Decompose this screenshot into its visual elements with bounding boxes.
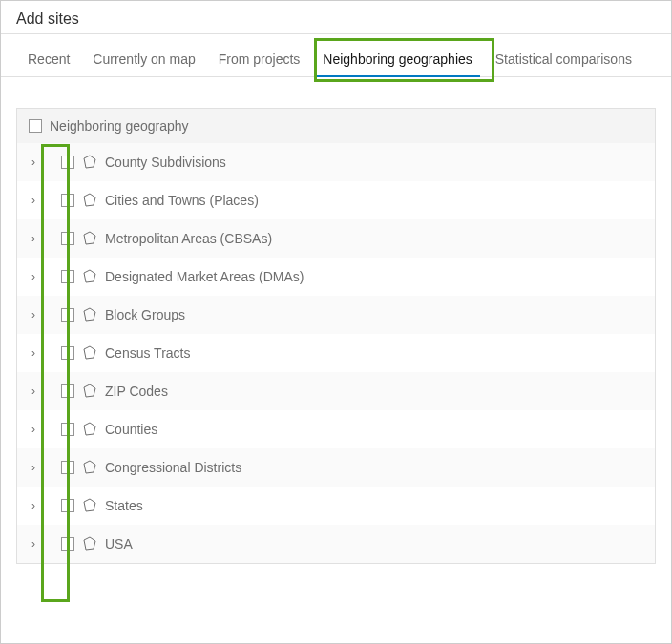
tab-statistical-comparisons[interactable]: Statistical comparisons [484, 46, 643, 76]
item-checkbox[interactable] [61, 537, 74, 551]
expand-chevron-icon[interactable]: › [29, 232, 38, 245]
expand-chevron-icon[interactable]: › [29, 461, 38, 474]
tabs: Recent Currently on map From projects Ne… [1, 34, 671, 77]
item-checkbox[interactable] [61, 232, 74, 245]
section-header: Neighboring geography [17, 109, 655, 143]
polygon-icon [82, 460, 97, 475]
list-item: › Block Groups [17, 296, 655, 334]
list-item: › Census Tracts [17, 334, 655, 372]
item-label: ZIP Codes [105, 384, 168, 399]
list-item: › Cities and Towns (Places) [17, 181, 655, 219]
item-label: Designated Market Areas (DMAs) [105, 269, 304, 284]
item-checkbox[interactable] [61, 384, 74, 398]
tab-recent[interactable]: Recent [16, 46, 81, 76]
list-item: › USA [17, 525, 655, 563]
tab-neighboring-geographies[interactable]: Neighboring geographies [311, 46, 483, 76]
list-item: › Designated Market Areas (DMAs) [17, 258, 655, 296]
item-checkbox[interactable] [61, 194, 74, 207]
list-item: › County Subdivisions [17, 143, 655, 181]
item-checkbox[interactable] [61, 423, 74, 436]
item-label: Congressional Districts [105, 460, 242, 475]
item-checkbox[interactable] [61, 156, 74, 169]
polygon-icon [82, 422, 97, 437]
expand-chevron-icon[interactable]: › [29, 537, 38, 551]
tab-from-projects[interactable]: From projects [207, 46, 312, 76]
expand-chevron-icon[interactable]: › [29, 308, 38, 322]
polygon-icon [82, 536, 97, 551]
polygon-icon [82, 193, 97, 208]
expand-chevron-icon[interactable]: › [29, 270, 38, 283]
item-checkbox[interactable] [61, 499, 74, 512]
item-label: Block Groups [105, 307, 185, 322]
expand-chevron-icon[interactable]: › [29, 346, 38, 360]
item-label: States [105, 498, 143, 513]
polygon-icon [82, 231, 97, 246]
item-label: Cities and Towns (Places) [105, 193, 259, 208]
expand-chevron-icon[interactable]: › [29, 194, 38, 207]
expand-chevron-icon[interactable]: › [29, 384, 38, 398]
item-label: County Subdivisions [105, 155, 226, 170]
item-checkbox[interactable] [61, 346, 74, 360]
list-item: › Counties [17, 410, 655, 448]
item-label: USA [105, 536, 133, 551]
item-checkbox[interactable] [61, 308, 74, 322]
polygon-icon [82, 498, 97, 513]
item-label: Census Tracts [105, 345, 190, 361]
item-checkbox[interactable] [61, 270, 74, 283]
section-header-label: Neighboring geography [50, 118, 189, 134]
polygon-icon [82, 345, 97, 361]
list-item: › States [17, 487, 655, 525]
polygon-icon [82, 307, 97, 322]
polygon-icon [82, 155, 97, 170]
list-item: › Metropolitan Areas (CBSAs) [17, 219, 655, 258]
tab-currently-on-map[interactable]: Currently on map [81, 46, 206, 76]
page-title: Add sites [1, 1, 671, 34]
item-checkbox[interactable] [61, 461, 74, 474]
neighboring-geography-section: Neighboring geography › County Subdivisi… [16, 108, 656, 564]
list-item: › Congressional Districts [17, 448, 655, 487]
item-label: Metropolitan Areas (CBSAs) [105, 231, 272, 246]
list-item: › ZIP Codes [17, 372, 655, 410]
expand-chevron-icon[interactable]: › [29, 499, 38, 512]
select-all-checkbox[interactable] [29, 119, 42, 133]
expand-chevron-icon[interactable]: › [29, 423, 38, 436]
polygon-icon [82, 269, 97, 284]
item-label: Counties [105, 422, 158, 437]
expand-chevron-icon[interactable]: › [29, 156, 38, 169]
polygon-icon [82, 384, 97, 399]
